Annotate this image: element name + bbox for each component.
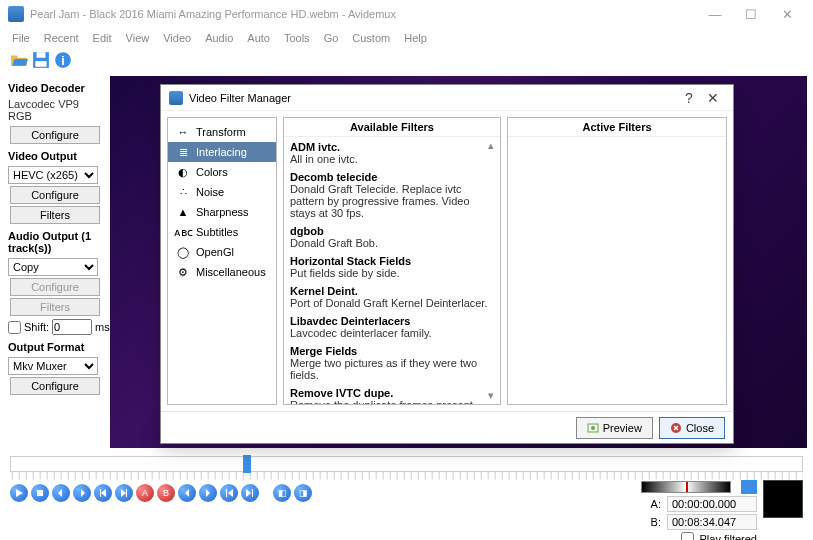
opengl-icon: ◯: [176, 245, 190, 259]
menu-video[interactable]: Video: [157, 30, 197, 46]
miscellaneous-icon: ⚙: [176, 265, 190, 279]
left-panel: Video Decoder Lavcodec VP9 RGB Configure…: [0, 72, 110, 452]
timeline-scrubber[interactable]: [10, 456, 803, 472]
scroll-down-icon[interactable]: ▾: [488, 389, 494, 402]
audio-output-configure-button[interactable]: Configure: [10, 278, 100, 296]
playhead-icon[interactable]: [243, 455, 251, 473]
filter-category-label: Colors: [196, 166, 228, 178]
filter-category-colors[interactable]: ◐Colors: [168, 162, 276, 182]
menu-file[interactable]: File: [6, 30, 36, 46]
filter-category-noise[interactable]: ∴Noise: [168, 182, 276, 202]
video-output-codec-select[interactable]: HEVC (x265): [8, 166, 98, 184]
play-filtered-checkbox[interactable]: [681, 532, 694, 540]
menu-go[interactable]: Go: [318, 30, 345, 46]
filter-name: Libavdec Deinterlacers: [290, 315, 494, 327]
next-cut-button[interactable]: [199, 484, 217, 502]
audio-output-mode-select[interactable]: Copy: [8, 258, 98, 276]
filter-description: Merge two pictures as if they were two f…: [290, 357, 494, 381]
window-title: Pearl Jam - Black 2016 Miami Amazing Per…: [30, 8, 697, 20]
prev-cut-button[interactable]: [178, 484, 196, 502]
play-button[interactable]: [10, 484, 28, 502]
stop-button[interactable]: [31, 484, 49, 502]
output-format-configure-button[interactable]: Configure: [10, 377, 100, 395]
scrollbar[interactable]: ▴▾: [484, 139, 498, 402]
dialog-help-button[interactable]: ?: [677, 90, 701, 106]
set-marker-a-button[interactable]: A: [136, 484, 154, 502]
filter-category-interlacing[interactable]: ≣Interlacing: [168, 142, 276, 162]
output-thumbnail: [763, 480, 803, 518]
open-icon[interactable]: [10, 51, 28, 69]
svg-text:i: i: [61, 54, 64, 68]
filter-category-sharpness[interactable]: ▲Sharpness: [168, 202, 276, 222]
menu-edit[interactable]: Edit: [87, 30, 118, 46]
menu-custom[interactable]: Custom: [346, 30, 396, 46]
available-filter-item[interactable]: dgbobDonald Graft Bob.: [290, 225, 494, 249]
menu-auto[interactable]: Auto: [241, 30, 276, 46]
active-filters-list[interactable]: [508, 136, 726, 404]
marker-a-label: A:: [647, 498, 661, 510]
goto-end-button[interactable]: [241, 484, 259, 502]
audio-shift-checkbox[interactable]: [8, 321, 21, 334]
scroll-up-icon[interactable]: ▴: [488, 139, 494, 152]
available-filter-item[interactable]: Libavdec DeinterlacersLavcodec deinterla…: [290, 315, 494, 339]
audio-output-heading: Audio Output (1 track(s)): [8, 230, 102, 254]
menu-audio[interactable]: Audio: [199, 30, 239, 46]
filter-description: Port of Donald Graft Kernel Deinterlacer…: [290, 297, 494, 309]
info-icon[interactable]: i: [54, 51, 72, 69]
available-filter-item[interactable]: Decomb telecideDonald Graft Telecide. Re…: [290, 171, 494, 219]
filter-category-label: Interlacing: [196, 146, 247, 158]
goto-start-button[interactable]: [220, 484, 238, 502]
play-filtered-label: Play filtered: [700, 533, 757, 541]
audio-shift-input[interactable]: [52, 319, 92, 335]
thumbnail-toggle-button[interactable]: [741, 480, 757, 494]
next-keyframe-button[interactable]: [115, 484, 133, 502]
video-decoder-configure-button[interactable]: Configure: [10, 126, 100, 144]
window-minimize-button[interactable]: —: [697, 7, 733, 22]
available-filters-list[interactable]: ▴▾ ADM ivtc.All in one ivtc.Decomb telec…: [284, 136, 500, 404]
close-button[interactable]: Close: [659, 417, 725, 439]
noise-icon: ∴: [176, 185, 190, 199]
dialog-close-button[interactable]: ✕: [701, 90, 725, 106]
filter-category-label: Sharpness: [196, 206, 249, 218]
svg-rect-2: [35, 61, 46, 67]
dialog-titlebar: Video Filter Manager ? ✕: [161, 85, 733, 111]
next-frame-button[interactable]: [73, 484, 91, 502]
prev-frame-button[interactable]: [52, 484, 70, 502]
set-marker-b-button[interactable]: B: [157, 484, 175, 502]
available-filter-item[interactable]: Remove IVTC dupe.Remove the duplicate fr…: [290, 387, 494, 404]
video-filter-manager-dialog: Video Filter Manager ? ✕ ↔Transform≣Inte…: [160, 84, 734, 444]
menu-tools[interactable]: Tools: [278, 30, 316, 46]
active-filters-column: Active Filters: [507, 117, 727, 405]
window-close-button[interactable]: ✕: [769, 7, 805, 22]
filter-description: Donald Graft Telecide. Replace ivtc patt…: [290, 183, 494, 219]
prev-black-frame-button[interactable]: ◧: [273, 484, 291, 502]
filter-category-opengl[interactable]: ◯OpenGl: [168, 242, 276, 262]
filter-category-transform[interactable]: ↔Transform: [168, 122, 276, 142]
save-icon[interactable]: [32, 51, 50, 69]
available-filter-item[interactable]: Horizontal Stack FieldsPut fields side b…: [290, 255, 494, 279]
filter-name: Kernel Deint.: [290, 285, 494, 297]
video-output-filters-button[interactable]: Filters: [10, 206, 100, 224]
menu-view[interactable]: View: [120, 30, 156, 46]
available-filter-item[interactable]: Kernel Deint.Port of Donald Graft Kernel…: [290, 285, 494, 309]
available-filter-item[interactable]: Merge FieldsMerge two pictures as if the…: [290, 345, 494, 381]
filter-name: Remove IVTC dupe.: [290, 387, 494, 399]
filter-description: Lavcodec deinterlacer family.: [290, 327, 494, 339]
marker-b-value: 00:08:34.047: [667, 514, 757, 530]
menu-recent[interactable]: Recent: [38, 30, 85, 46]
filter-category-miscellaneous[interactable]: ⚙Miscellaneous: [168, 262, 276, 282]
available-filter-item[interactable]: ADM ivtc.All in one ivtc.: [290, 141, 494, 165]
audio-output-filters-button[interactable]: Filters: [10, 298, 100, 316]
preview-button[interactable]: Preview: [576, 417, 653, 439]
prev-keyframe-button[interactable]: [94, 484, 112, 502]
navigation-gradient-bar[interactable]: [641, 481, 731, 493]
next-black-frame-button[interactable]: ◨: [294, 484, 312, 502]
filter-category-subtitles[interactable]: ᴀʙᴄSubtitles: [168, 222, 276, 242]
video-output-configure-button[interactable]: Configure: [10, 186, 100, 204]
window-maximize-button[interactable]: ☐: [733, 7, 769, 22]
output-format-heading: Output Format: [8, 341, 102, 353]
menu-help[interactable]: Help: [398, 30, 433, 46]
sharpness-icon: ▲: [176, 205, 190, 219]
filter-name: Horizontal Stack Fields: [290, 255, 494, 267]
output-format-select[interactable]: Mkv Muxer: [8, 357, 98, 375]
